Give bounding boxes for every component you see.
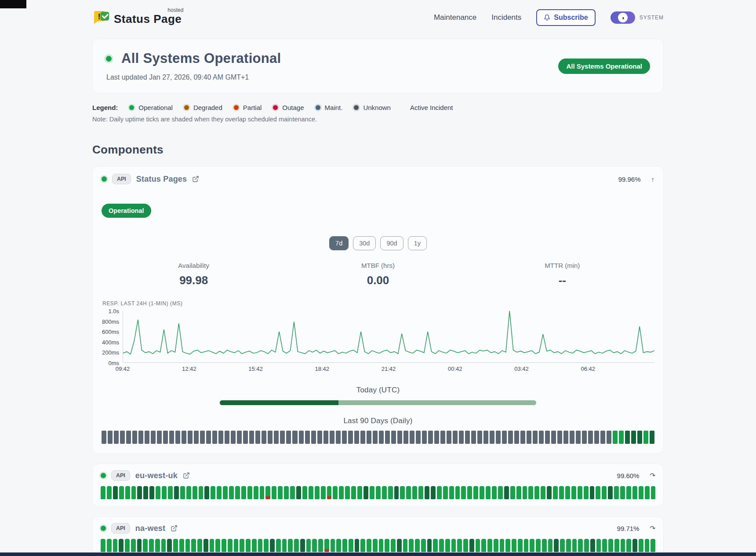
uptime-tick[interactable]: [157, 431, 162, 444]
uptime-tick[interactable]: [602, 539, 607, 552]
uptime-tick[interactable]: [143, 539, 148, 552]
uptime-tick[interactable]: [427, 539, 432, 552]
uptime-tick[interactable]: [523, 486, 527, 499]
uptime-tick[interactable]: [588, 431, 593, 444]
uptime-tick[interactable]: [498, 486, 503, 499]
uptime-tick[interactable]: [342, 431, 347, 444]
uptime-tick[interactable]: [231, 431, 236, 444]
uptime-tick[interactable]: [524, 539, 529, 552]
uptime-tick[interactable]: [155, 539, 160, 552]
uptime-tick[interactable]: [336, 539, 341, 552]
uptime-tick[interactable]: [167, 539, 172, 552]
uptime-tick[interactable]: [175, 431, 180, 444]
uptime-tick[interactable]: [302, 486, 307, 499]
uptime-tick[interactable]: [457, 539, 462, 552]
uptime-tick[interactable]: [163, 431, 168, 444]
uptime-tick[interactable]: [125, 539, 130, 552]
range-button-30d[interactable]: 30d: [353, 236, 376, 250]
uptime-tick[interactable]: [193, 486, 197, 499]
uptime-tick[interactable]: [433, 539, 438, 552]
uptime-tick[interactable]: [360, 431, 365, 444]
uptime-tick[interactable]: [206, 431, 211, 444]
uptime-tick[interactable]: [270, 539, 275, 552]
uptime-tick[interactable]: [559, 486, 564, 499]
uptime-tick[interactable]: [490, 431, 494, 444]
uptime-tick[interactable]: [292, 431, 297, 444]
uptime-tick[interactable]: [467, 486, 472, 499]
uptime-tick[interactable]: [186, 486, 191, 499]
uptime-tick[interactable]: [600, 431, 605, 444]
uptime-tick[interactable]: [108, 431, 113, 444]
uptime-tick[interactable]: [114, 431, 119, 444]
uptime-tick[interactable]: [514, 431, 519, 444]
uptime-tick[interactable]: [282, 539, 287, 552]
nav-maintenance[interactable]: Maintenance: [434, 13, 476, 22]
uptime-tick[interactable]: [582, 431, 587, 444]
uptime-tick[interactable]: [512, 539, 516, 552]
uptime-tick[interactable]: [345, 486, 350, 499]
uptime-tick[interactable]: [342, 539, 347, 552]
uptime-tick[interactable]: [317, 431, 322, 444]
uptime-tick[interactable]: [218, 431, 223, 444]
uptime-tick[interactable]: [168, 486, 173, 499]
uptime-tick[interactable]: [179, 539, 184, 552]
uptime-tick[interactable]: [545, 431, 550, 444]
uptime-tick[interactable]: [243, 431, 248, 444]
nav-incidents[interactable]: Incidents: [491, 13, 521, 22]
uptime-tick[interactable]: [492, 486, 497, 499]
uptime-tick[interactable]: [235, 486, 240, 499]
uptime-tick[interactable]: [241, 486, 246, 499]
uptime-tick[interactable]: [428, 431, 433, 444]
uptime-tick[interactable]: [496, 431, 501, 444]
brand[interactable]: ! Status Page hosted: [92, 9, 182, 26]
uptime-tick[interactable]: [246, 539, 251, 552]
uptime-tick[interactable]: [412, 486, 417, 499]
uptime-tick[interactable]: [223, 486, 228, 499]
uptime-tick[interactable]: [425, 486, 429, 499]
uptime-tick[interactable]: [447, 431, 451, 444]
uptime-tick[interactable]: [228, 539, 233, 552]
uptime-tick[interactable]: [149, 486, 154, 499]
uptime-tick[interactable]: [290, 486, 295, 499]
uptime-tick[interactable]: [276, 539, 281, 552]
uptime-tick[interactable]: [286, 431, 291, 444]
uptime-tick[interactable]: [315, 486, 320, 499]
uptime-tick[interactable]: [331, 539, 335, 552]
uptime-tick[interactable]: [533, 431, 538, 444]
uptime-tick[interactable]: [156, 486, 160, 499]
uptime-tick[interactable]: [149, 539, 154, 552]
uptime-tick[interactable]: [570, 431, 574, 444]
uptime-tick[interactable]: [632, 539, 637, 552]
uptime-tick[interactable]: [445, 539, 450, 552]
uptime-tick[interactable]: [584, 539, 589, 552]
uptime-tick[interactable]: [388, 486, 393, 499]
uptime-tick[interactable]: [379, 539, 384, 552]
uptime-tick[interactable]: [406, 486, 411, 499]
uptime-tick[interactable]: [324, 539, 329, 552]
uptime-tick[interactable]: [542, 539, 547, 552]
uptime-tick[interactable]: [131, 539, 136, 552]
uptime-tick[interactable]: [217, 486, 222, 499]
uptime-tick[interactable]: [138, 431, 143, 444]
expand-arc-icon[interactable]: ↷: [650, 472, 655, 479]
uptime-tick[interactable]: [391, 431, 396, 444]
uptime-tick[interactable]: [480, 486, 484, 499]
uptime-tick[interactable]: [357, 486, 362, 499]
uptime-tick[interactable]: [299, 431, 304, 444]
uptime-tick[interactable]: [510, 486, 515, 499]
uptime-tick[interactable]: [288, 539, 293, 552]
uptime-tick[interactable]: [370, 486, 374, 499]
uptime-tick[interactable]: [403, 539, 408, 552]
uptime-tick[interactable]: [204, 486, 209, 499]
uptime-tick[interactable]: [309, 486, 313, 499]
uptime-tick[interactable]: [527, 431, 531, 444]
uptime-tick[interactable]: [584, 486, 589, 499]
uptime-tick[interactable]: [645, 486, 650, 499]
uptime-tick[interactable]: [607, 431, 611, 444]
uptime-tick[interactable]: [469, 539, 474, 552]
collapse-up-icon[interactable]: ↑: [651, 176, 655, 183]
uptime-tick[interactable]: [463, 539, 468, 552]
uptime-tick[interactable]: [590, 486, 595, 499]
uptime-tick[interactable]: [260, 486, 265, 499]
uptime-tick[interactable]: [596, 486, 600, 499]
